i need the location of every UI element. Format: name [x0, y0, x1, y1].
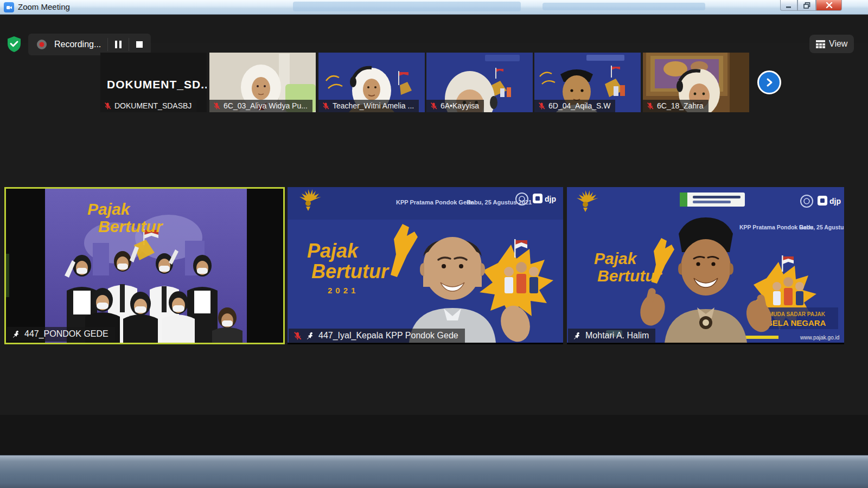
meeting-top-bar: Recording... View [0, 15, 868, 43]
speaker-video-scene: KPP Pratama Pondok Gede Rabu, 25 Agustus… [567, 187, 844, 343]
minimize-button[interactable] [780, 0, 797, 11]
backdrop-script-line1: Pajak [307, 240, 359, 262]
participant-name-label: Teacher_Witni Amelia ... [318, 100, 419, 112]
window-titlebar: Zoom Meeting [0, 0, 868, 15]
participant-name: 6A•Kayyisa [441, 101, 479, 110]
window-title: Zoom Meeting [18, 2, 70, 11]
muted-mic-icon [430, 102, 437, 110]
pinned-icon [306, 331, 314, 341]
backdrop-script-line1: Pajak [87, 200, 131, 218]
close-button[interactable] [816, 0, 842, 11]
zoom-meeting-window: Zoom Meeting Recording... View [0, 0, 868, 488]
website-url: www.pajak.go.id [800, 335, 839, 341]
participant-name: Teacher_Witni Amelia ... [333, 101, 414, 110]
speaker-video-scene: KPP Pratama Pondok Gede Rabu, 25 Agustus… [288, 187, 563, 343]
filmstrip-next-button[interactable] [757, 70, 781, 94]
video-tile[interactable]: KPP Pratama Pondok Gede Rabu, 25 Agustus… [288, 187, 563, 344]
background-window-blob [542, 3, 705, 10]
video-thumbnail[interactable]: 6C_03_Aliya Widya Pu... [209, 53, 316, 112]
stop-recording-icon[interactable] [136, 41, 143, 48]
divider [129, 38, 129, 51]
participant-name: DOKUMENT_SDASBJ [114, 101, 192, 110]
bela-negara-text: BELA NEGARA [767, 318, 826, 328]
background-window-blob [293, 2, 521, 11]
video-thumbnail[interactable]: DOKUMENT_SD... DOKUMENT_SDASBJ [100, 53, 207, 112]
participant-name: 6C_18_Zahra [657, 101, 704, 110]
muted-mic-icon [647, 102, 654, 110]
participant-name-label: 447_Iyal_Kepala KPP Pondok Gede [289, 329, 465, 343]
pinned-icon [12, 330, 20, 339]
participant-name: 447_PONDOK GEDE [24, 329, 108, 339]
pause-recording-icon[interactable] [114, 40, 122, 49]
video-thumbnail[interactable]: Teacher_Witni Amelia ... [318, 53, 425, 112]
participant-name: Mohtari A. Halim [585, 331, 649, 341]
meeting-toolbar: Unmute Start Video Security [0, 415, 868, 455]
grid-view-icon [816, 40, 825, 48]
windows-taskbar: PDF W EN ? [0, 455, 868, 488]
view-button[interactable]: View [809, 35, 854, 53]
participant-name-label: Mohtari A. Halim [568, 329, 655, 343]
recording-label: Recording... [54, 40, 101, 49]
video-thumbnail[interactable]: 6C_18_Zahra [643, 53, 749, 112]
chevron-right-icon [764, 78, 774, 87]
group-video-scene: Pajak Bertutur [6, 189, 283, 343]
muted-mic-icon [322, 102, 329, 110]
backdrop-script-line2: Bertutur [311, 260, 390, 282]
tile-header-venue: KPP Pratama Pondok Gede [396, 199, 474, 206]
view-label: View [829, 39, 847, 49]
document-screen-text: DOKUMENT_SD... [107, 78, 207, 91]
participant-name-label: 6A•Kayyisa [426, 100, 484, 112]
participant-name-label: 6D_04_Aqila_S.W [534, 100, 615, 112]
participant-name-label: 6C_03_Aliya Widya Pu... [209, 100, 312, 112]
participant-name-label: 447_PONDOK GEDE [7, 327, 115, 342]
participant-name: 6D_04_Aqila_S.W [548, 101, 610, 110]
tile-header-date: Rabu, 25 Agustus 2021 [799, 224, 844, 230]
recording-indicator: Recording... [28, 34, 151, 55]
pinned-icon [573, 331, 581, 341]
video-thumbnail[interactable]: 6A•Kayyisa [426, 53, 533, 112]
backdrop-script-line2: Bertutur [98, 217, 164, 235]
backdrop-script-year: 2021 [328, 286, 359, 295]
djp-logo-text: djp [829, 197, 841, 206]
restore-button[interactable] [797, 0, 816, 11]
participant-name-label: 6C_18_Zahra [643, 100, 709, 112]
participant-name: 6C_03_Aliya Widya Pu... [224, 101, 308, 110]
video-tile[interactable]: KPP Pratama Pondok Gede Rabu, 25 Agustus… [567, 187, 844, 344]
muted-mic-icon [538, 102, 545, 110]
participant-name-label: DOKUMENT_SDASBJ [100, 100, 196, 112]
video-tile-active-speaker[interactable]: Pajak Bertutur 447_PONDOK GEDE [4, 187, 285, 344]
campaign-subtitle: MUDA SADAR PAJAK [769, 311, 826, 317]
muted-mic-icon [104, 102, 111, 110]
divider [107, 38, 108, 51]
muted-mic-icon [213, 102, 220, 110]
participant-name: 447_Iyal_Kepala KPP Pondok Gede [318, 331, 458, 341]
zoom-app-icon [4, 2, 14, 12]
encryption-shield-icon [7, 36, 22, 55]
muted-mic-icon [293, 331, 302, 341]
video-thumbnail[interactable]: 6D_04_Aqila_S.W [534, 53, 641, 112]
djp-logo-text: djp [545, 195, 556, 203]
backdrop-script-line1: Pajak [594, 249, 637, 267]
recording-dot-icon [36, 38, 48, 50]
